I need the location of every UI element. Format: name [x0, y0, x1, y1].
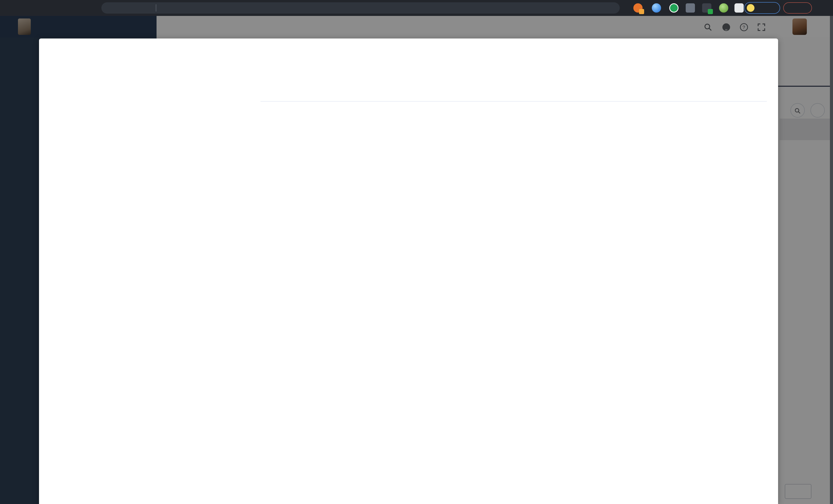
extension-on-badge: [708, 9, 713, 14]
page-scrollbar[interactable]: [830, 16, 833, 504]
extension-icon-green-v[interactable]: [669, 3, 679, 13]
browser-forward-icon[interactable]: [20, 0, 32, 16]
browser-back-icon[interactable]: [3, 0, 16, 16]
code-preview-modal: [39, 39, 778, 504]
address-bar[interactable]: [101, 2, 620, 14]
extension-icon-list[interactable]: [702, 3, 711, 13]
profile-paused-pill[interactable]: [744, 2, 780, 14]
extension-icon-plant[interactable]: [719, 3, 728, 13]
browser-chrome: [0, 0, 833, 16]
profile-emoji-avatar: [747, 4, 755, 12]
extension-icon-orange[interactable]: [633, 3, 643, 13]
extension-icon-blue-drop[interactable]: [652, 3, 661, 13]
file-tabs-bar: [260, 86, 767, 102]
address-divider: [156, 4, 156, 11]
extensions-puzzle-icon[interactable]: [735, 3, 744, 13]
file-tabs: [271, 86, 754, 102]
browser-update-button[interactable]: [783, 2, 812, 14]
browser-home-icon[interactable]: [53, 0, 66, 16]
browser-reload-icon[interactable]: [37, 0, 49, 16]
extension-icon-squares[interactable]: [686, 3, 695, 13]
extension-badge: [639, 9, 644, 14]
